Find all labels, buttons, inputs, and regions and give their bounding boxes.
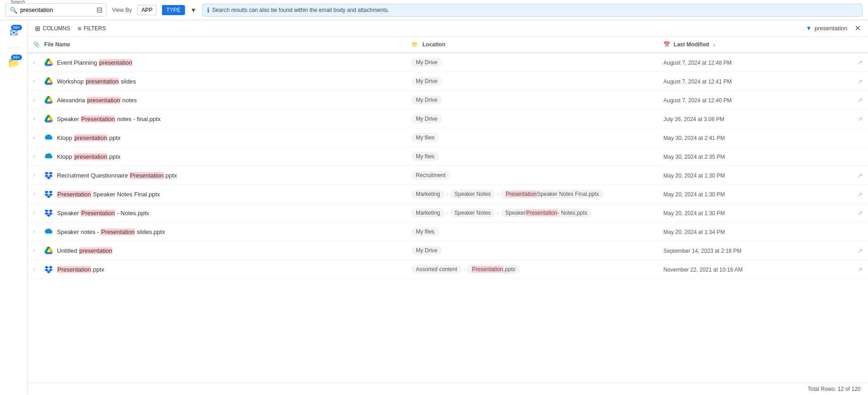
open-external-icon[interactable]: ↗ (857, 97, 862, 104)
view-tab-app[interactable]: APP (137, 5, 157, 15)
modified-text: May 20, 2024 at 1:30 PM (663, 172, 725, 179)
file-cell-4: › Speaker Presentation notes - final.ppt… (28, 110, 406, 128)
table-row: › Klopp presentation.pptx My files May 3… (28, 147, 868, 166)
highlight-text: Presentation (57, 191, 91, 198)
row-chevron[interactable]: › (33, 78, 40, 84)
open-external-icon[interactable]: ↗ (857, 266, 862, 273)
row-chevron[interactable]: › (33, 172, 40, 178)
table-row: › Workshop presentation slides My Drive … (28, 72, 868, 91)
file-cell-inner: › Speaker Presentation - Notes.pptx (33, 208, 400, 217)
modified-cell-5: May 30, 2024 at 2:41 PM (658, 128, 868, 147)
row-chevron[interactable]: › (33, 153, 40, 160)
open-external-icon[interactable]: ↗ (857, 247, 862, 254)
modified-cell-9: May 20, 2024 at 1:30 PM ↗ (658, 204, 868, 223)
total-rows: Total Rows: 12 of 120 (808, 386, 861, 392)
file-name: Presentation.pptx (57, 266, 104, 273)
file-cell-inner: › Presentation Speaker Notes Final.pptx (33, 189, 400, 199)
row-chevron[interactable]: › (33, 116, 40, 122)
filters-label: FILTERS (84, 25, 106, 32)
highlight-text: Presentation (81, 116, 115, 122)
info-icon: ℹ (207, 6, 209, 14)
sort-desc-icon: ↓ (712, 41, 715, 48)
modified-text: May 30, 2024 at 2:35 PM (663, 154, 725, 160)
modified-cell-4: July 26, 2024 at 3:08 PM ↗ (658, 110, 868, 128)
path-arrow: › (447, 192, 448, 197)
modified-text: May 20, 2024 at 1:30 PM (663, 191, 725, 198)
sidebar-folder[interactable]: 99+ 📁 (5, 54, 23, 72)
open-external-icon[interactable]: ↗ (857, 210, 862, 217)
folder-col-icon: 📁 (411, 41, 418, 48)
open-external-icon[interactable]: ↗ (857, 59, 862, 66)
sidebar-divider (7, 48, 21, 48)
open-external-icon[interactable]: ↗ (857, 191, 862, 198)
modified-text: September 14, 2023 at 2:18 PM (663, 248, 741, 254)
plain-text: .pptx (107, 153, 120, 160)
modified-text: May 30, 2024 at 2:41 PM (663, 135, 725, 141)
row-chevron[interactable]: › (33, 266, 40, 273)
plain-text: Speaker Notes Final.pptx (91, 191, 160, 198)
view-by-label: View By (112, 7, 132, 13)
path-arrow: › (464, 267, 465, 272)
highlight-text: Presentation (505, 191, 537, 197)
location-cell-11: My Drive (406, 241, 658, 260)
plain-text: Speaker (57, 210, 81, 217)
open-external-icon[interactable]: ↗ (857, 78, 862, 85)
row-chevron[interactable]: › (33, 210, 40, 216)
location-cell-3: My Drive (406, 91, 658, 110)
modified-text: May 20, 2024 at 1:30 PM (663, 210, 725, 217)
th-modified[interactable]: 📅 Last Modified ↓ (658, 37, 868, 53)
highlight-text: Presentation (129, 172, 164, 179)
row-chevron[interactable]: › (33, 134, 40, 141)
sliders-icon[interactable]: ⊟ (96, 6, 102, 14)
plain-text: Alexandria (57, 97, 87, 104)
location-path: Marketing›Speaker Notes›Presentation Spe… (411, 189, 652, 199)
open-external-icon[interactable]: ↗ (857, 172, 862, 179)
results-table: 📎 File Name 📁 Location 📅 Last Modified ↓ (28, 37, 868, 279)
plain-text: Event Planning (57, 59, 99, 66)
table-row: › Speaker Presentation notes - final.ppt… (28, 110, 868, 128)
plain-text: .pptx (107, 134, 120, 141)
row-chevron[interactable]: › (33, 59, 40, 66)
modified-text: August 7, 2024 at 12:41 PM (663, 78, 732, 85)
table-row: › Speaker notes - Presentation slides.pp… (28, 223, 868, 241)
top-bar: Search 🔍 ⊟ View By APP TYPE ▼ ℹ Search r… (0, 0, 868, 20)
row-chevron[interactable]: › (33, 191, 40, 197)
calendar-icon: 📅 (663, 41, 670, 48)
file-cell-8: › Presentation Speaker Notes Final.pptx (28, 185, 406, 204)
location-cell-2: My Drive (406, 72, 658, 91)
row-chevron[interactable]: › (33, 97, 40, 103)
modified-cell-7: May 20, 2024 at 1:30 PM ↗ (658, 166, 868, 185)
highlight-text: Presentation (81, 210, 115, 217)
file-cell-inner: › Speaker Presentation notes - final.ppt… (33, 114, 400, 123)
file-name: Klopp presentation.pptx (57, 153, 121, 160)
file-cell-11: › Untitled presentation (28, 241, 406, 260)
layout: 99+ ✉ 99+ 📁 ⊞ COLUMNS ≡ FILTERS ▼ presen… (0, 20, 868, 395)
th-location: 📁 Location (406, 37, 658, 53)
search-input[interactable] (20, 6, 94, 13)
highlight-text: presentation (87, 97, 121, 104)
filter-chip-value: presentation (814, 25, 847, 32)
sidebar-email[interactable]: 99+ ✉ (5, 24, 23, 42)
file-cell-3: › Alexandria presentation notes (28, 91, 406, 110)
highlight-text: Presentation (57, 266, 91, 273)
columns-button[interactable]: ⊞ COLUMNS (35, 25, 70, 32)
modified-cell-11: September 14, 2023 at 2:18 PM ↗ (658, 241, 868, 260)
close-filter-button[interactable]: ✕ (855, 24, 861, 33)
filter-icon[interactable]: ▼ (190, 6, 197, 14)
plain-text: Speaker (57, 116, 81, 122)
table-row: › Untitled presentation My Drive Septemb… (28, 241, 868, 260)
open-external-icon[interactable]: ↗ (857, 116, 862, 122)
app-icon-dropbox (44, 208, 53, 217)
row-chevron[interactable]: › (33, 247, 40, 254)
modified-cell-8: May 20, 2024 at 1:30 PM ↗ (658, 185, 868, 204)
file-name: Speaker notes - Presentation slides.pptx (57, 228, 165, 235)
location-cell-10: My files (406, 223, 658, 241)
view-tab-type[interactable]: TYPE (162, 5, 185, 15)
filter-chip: ▼ presentation (806, 25, 847, 32)
row-chevron[interactable]: › (33, 228, 40, 235)
path-arrow: › (497, 192, 498, 197)
file-cell-inner: › Speaker notes - Presentation slides.pp… (33, 227, 400, 236)
plain-text: Untitled (57, 247, 79, 254)
filters-button[interactable]: ≡ FILTERS (78, 25, 106, 32)
table-row: › Presentation.pptx Assorted content›Pre… (28, 260, 868, 279)
